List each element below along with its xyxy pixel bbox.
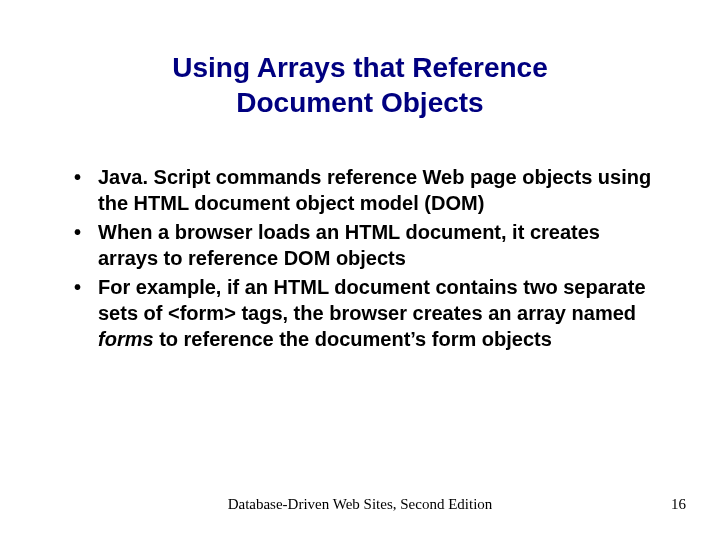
slide: Using Arrays that Reference Document Obj… (0, 0, 720, 540)
title-line-2: Document Objects (236, 87, 483, 118)
page-number: 16 (671, 496, 686, 513)
bullet-2: When a browser loads an HTML document, i… (70, 220, 660, 271)
slide-body: Java. Script commands reference Web page… (70, 165, 660, 356)
slide-title: Using Arrays that Reference Document Obj… (0, 50, 720, 120)
footer-source: Database-Driven Web Sites, Second Editio… (0, 496, 720, 513)
bullet-3-text-c: to reference the document’s form objects (154, 328, 552, 350)
bullet-1: Java. Script commands reference Web page… (70, 165, 660, 216)
slide-footer: Database-Driven Web Sites, Second Editio… (0, 496, 720, 516)
bullet-1-text: Java. Script commands reference Web page… (98, 166, 651, 214)
bullet-3: For example, if an HTML document contain… (70, 275, 660, 352)
title-line-1: Using Arrays that Reference (172, 52, 548, 83)
bullet-3-text-a: For example, if an HTML document contain… (98, 276, 646, 324)
bullet-3-text-b: forms (98, 328, 154, 350)
bullet-2-text: When a browser loads an HTML document, i… (98, 221, 600, 269)
